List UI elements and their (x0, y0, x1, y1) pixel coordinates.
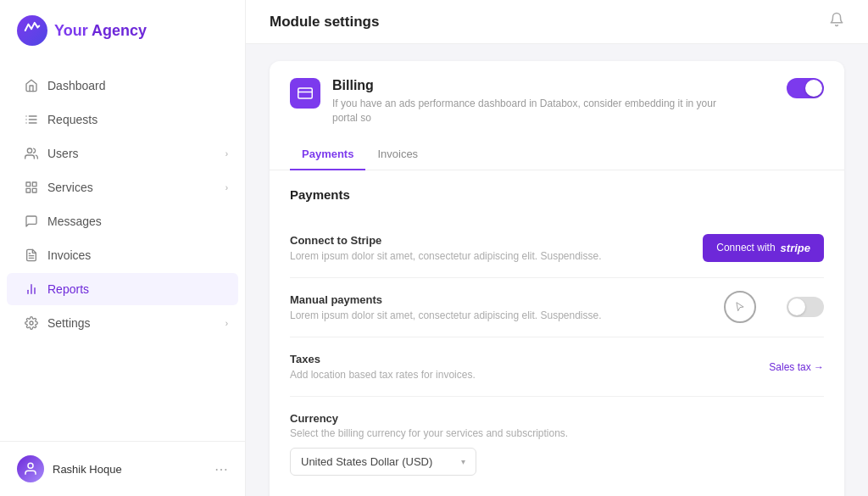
nav-label: Invoices (47, 248, 91, 262)
stripe-title: Connect to Stripe (290, 234, 686, 247)
nav-label: Requests (47, 113, 97, 126)
currency-select[interactable]: United States Dollar (USD) ▾ (290, 448, 476, 476)
sidebar-logo: Your Agency (0, 0, 245, 61)
main-content: Billing If you have an ads performance d… (246, 44, 868, 496)
billing-header-left: Billing If you have an ads performance d… (290, 78, 739, 125)
payments-heading: Payments (290, 187, 824, 202)
user-info: Rashik Hoque (17, 455, 122, 482)
manual-payments-toggle[interactable] (787, 297, 824, 317)
currency-description: Select the billing currency for your ser… (290, 427, 824, 439)
user-options-button[interactable]: ⋯ (214, 461, 228, 477)
taxes-action: Sales tax (769, 359, 824, 374)
billing-header: Billing If you have an ads performance d… (270, 61, 844, 139)
grid-icon (24, 180, 39, 195)
file-icon (24, 248, 39, 263)
nav-label: Services (47, 181, 93, 194)
connect-stripe-button[interactable]: Connect with stripe (703, 234, 824, 262)
sidebar-item-messages[interactable]: Messages (7, 205, 238, 237)
billing-card: Billing If you have an ads performance d… (270, 61, 844, 496)
main-area: Module settings Billing If you have an a… (246, 0, 868, 496)
toggle-knob (788, 298, 805, 315)
sales-tax-link[interactable]: Sales tax (769, 361, 824, 373)
stripe-button-brand: stripe (781, 242, 810, 254)
logo-prefix: Your (54, 22, 92, 39)
bar-chart-icon (24, 281, 39, 297)
page-title: Module settings (270, 14, 379, 31)
sidebar: Your Agency Dashboard Requests Users › (0, 0, 246, 496)
logo-text: Your Agency (54, 22, 147, 40)
currency-section: Currency Select the billing currency for… (290, 397, 824, 479)
sidebar-item-requests[interactable]: Requests (7, 103, 238, 136)
payments-content: Payments Connect to Stripe Lorem ipsum d… (270, 170, 844, 496)
manual-payments-desc: Lorem ipsum dolor sit amet, consectetur … (290, 309, 770, 321)
chevron-right-icon: › (225, 319, 228, 328)
tab-payments[interactable]: Payments (290, 139, 365, 170)
billing-icon (290, 78, 320, 109)
svg-rect-7 (26, 182, 31, 187)
svg-point-16 (30, 321, 33, 325)
sidebar-item-dashboard[interactable]: Dashboard (7, 70, 238, 102)
tab-invoices[interactable]: Invoices (365, 139, 430, 170)
nav-label: Dashboard (47, 79, 106, 92)
taxes-title: Taxes (290, 353, 752, 365)
gear-icon (24, 315, 39, 331)
svg-point-17 (28, 463, 33, 468)
billing-toggle[interactable] (787, 78, 824, 98)
logo-brand: Agency (92, 22, 147, 39)
stripe-action: Connect with stripe (703, 234, 824, 262)
nav-label: Users (47, 147, 79, 160)
nav-label: Reports (47, 282, 89, 296)
billing-title: Billing (332, 78, 739, 93)
sidebar-item-reports[interactable]: Reports (7, 273, 238, 305)
manual-payments-row: Manual payments Lorem ipsum dolor sit am… (290, 278, 824, 337)
page-header: Module settings (246, 0, 868, 44)
list-icon (24, 112, 39, 127)
users-icon (24, 146, 39, 161)
nav-label: Messages (47, 215, 102, 228)
home-icon (24, 78, 39, 93)
manual-payments-action (787, 297, 824, 317)
chevron-right-icon: › (225, 183, 228, 192)
billing-info: Billing If you have an ads performance d… (332, 78, 739, 125)
sidebar-item-invoices[interactable]: Invoices (7, 239, 238, 271)
svg-rect-10 (32, 188, 36, 192)
currency-selected-value: United States Dollar (USD) (301, 455, 432, 468)
stripe-desc: Lorem ipsum dolor sit amet, consectetur … (290, 250, 686, 262)
billing-tabs: Payments Invoices (270, 139, 844, 170)
nav-items: Dashboard Requests Users › Services › (0, 61, 245, 441)
nav-label: Settings (47, 316, 91, 330)
taxes-row: Taxes Add location based tax rates for i… (290, 337, 824, 397)
stripe-row: Connect to Stripe Lorem ipsum dolor sit … (290, 219, 824, 278)
manual-payments-info: Manual payments Lorem ipsum dolor sit am… (290, 293, 770, 321)
currency-label: Currency (290, 412, 824, 425)
message-icon (24, 214, 39, 229)
chevron-down-icon: ▾ (461, 457, 465, 466)
svg-rect-9 (26, 188, 31, 192)
manual-payments-title: Manual payments (290, 293, 770, 306)
chevron-right-icon: › (225, 149, 228, 159)
svg-rect-8 (32, 182, 36, 187)
toggle-knob (805, 80, 822, 97)
agency-logo-icon (17, 15, 47, 46)
user-name: Rashik Hoque (53, 463, 122, 476)
taxes-desc: Add location based tax rates for invoice… (290, 369, 752, 381)
svg-rect-18 (298, 88, 313, 98)
sidebar-item-users[interactable]: Users › (7, 137, 238, 170)
svg-point-6 (27, 148, 31, 153)
bell-icon[interactable] (829, 12, 844, 31)
sidebar-item-services[interactable]: Services › (7, 171, 238, 203)
stripe-info: Connect to Stripe Lorem ipsum dolor sit … (290, 234, 686, 262)
avatar (17, 455, 44, 482)
billing-description: If you have an ads performance dashboard… (332, 97, 739, 125)
sidebar-item-settings[interactable]: Settings › (7, 307, 238, 339)
sidebar-footer: Rashik Hoque ⋯ (0, 441, 245, 496)
taxes-info: Taxes Add location based tax rates for i… (290, 353, 752, 381)
stripe-button-label: Connect with (716, 242, 775, 254)
